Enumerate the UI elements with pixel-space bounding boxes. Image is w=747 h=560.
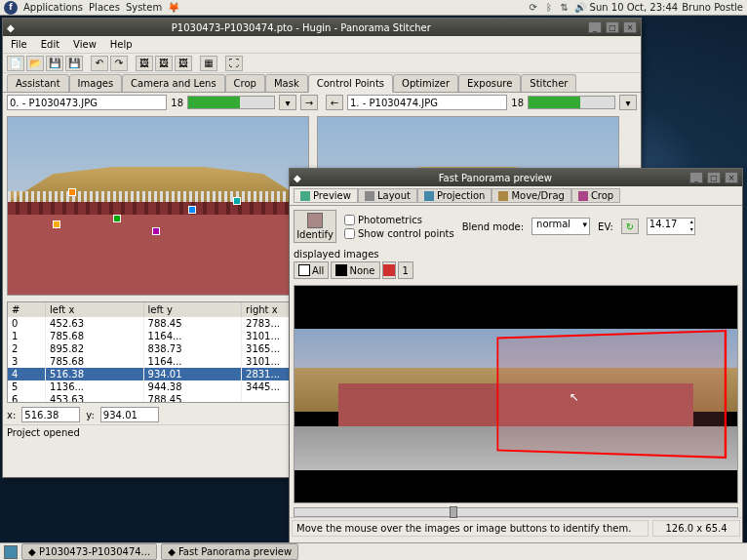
x-label: x: — [7, 410, 16, 420]
preview-dims: 126.0 x 65.4 — [652, 520, 740, 537]
fedora-icon[interactable]: f — [4, 1, 18, 15]
panorama-view[interactable]: ↖ — [294, 285, 738, 503]
grid-icon[interactable]: ▦ — [200, 56, 217, 71]
crop-tab-icon — [578, 191, 588, 201]
minimize-button[interactable]: _ — [689, 172, 703, 183]
tab-optimizer[interactable]: Optimizer — [393, 74, 458, 92]
ptab-preview[interactable]: Preview — [294, 188, 358, 203]
menu-applications[interactable]: Applications — [23, 2, 83, 13]
show-desktop-icon[interactable] — [4, 545, 18, 559]
bluetooth-icon[interactable]: ᛒ — [543, 2, 555, 14]
undo-icon[interactable]: ↶ — [91, 56, 108, 71]
swap-right-icon[interactable]: → — [300, 95, 318, 110]
menu-places[interactable]: Places — [89, 2, 120, 13]
ptab-layout[interactable]: Layout — [358, 188, 417, 203]
left-zoom-value: 18 — [171, 98, 183, 108]
display-img0-button[interactable] — [382, 261, 396, 279]
user-menu[interactable]: Bruno Postle — [682, 2, 743, 13]
glpreview-icon[interactable]: 🖼 — [175, 56, 192, 71]
cp-marker[interactable] — [152, 227, 160, 235]
col-header[interactable]: left y — [143, 302, 241, 317]
right-zoom-slider[interactable] — [528, 96, 615, 109]
right-zoom-dropdown[interactable]: ▾ — [619, 95, 637, 110]
blend-mode-select[interactable]: normal — [531, 218, 590, 235]
col-header[interactable]: # — [8, 302, 46, 317]
maximize-button[interactable]: □ — [707, 172, 721, 183]
ev-spinner[interactable]: 14.17 — [647, 218, 695, 235]
swap-left-icon[interactable]: ← — [326, 95, 343, 110]
display-img1-button[interactable]: 1 — [398, 261, 413, 279]
ev-label: EV: — [598, 221, 613, 232]
image-overlay-frame — [496, 330, 727, 459]
tab-camera[interactable]: Camera and Lens — [122, 74, 225, 92]
redo-icon[interactable]: ↷ — [110, 56, 128, 71]
fullscreen-icon[interactable]: ⛶ — [225, 56, 243, 71]
tab-assistant[interactable]: Assistant — [7, 74, 69, 92]
none-swatch-icon — [335, 264, 347, 276]
y-label: y: — [86, 410, 95, 420]
ptab-movedrag[interactable]: Move/Drag — [491, 188, 570, 203]
tab-controlpoints[interactable]: Control Points — [308, 74, 393, 93]
layout-tab-icon — [365, 191, 374, 201]
ptab-projection[interactable]: Projection — [417, 188, 491, 203]
left-image-select[interactable] — [7, 95, 167, 110]
tab-mask[interactable]: Mask — [265, 74, 308, 92]
save-icon[interactable]: 💾 — [46, 56, 63, 71]
right-image-select[interactable] — [347, 95, 507, 110]
cp-marker[interactable] — [113, 215, 121, 222]
toolbar: 📄 📂 💾 💾 ↶ ↷ 🖼 🖼 🖼 ▦ ⛶ — [3, 54, 641, 73]
display-all-button[interactable]: All — [294, 261, 329, 279]
taskbar-item-preview[interactable]: ◆ Fast Panorama preview — [161, 543, 298, 560]
left-image-panel[interactable] — [7, 116, 309, 296]
saveas-icon[interactable]: 💾 — [65, 56, 83, 71]
menu-help[interactable]: Help — [104, 37, 138, 52]
tab-crop[interactable]: Crop — [225, 74, 265, 92]
preview-icon[interactable]: 🖼 — [155, 56, 173, 71]
menu-system[interactable]: System — [126, 2, 162, 13]
cp-marker[interactable] — [68, 188, 76, 196]
addimg-icon[interactable]: 🖼 — [136, 56, 153, 71]
menu-edit[interactable]: Edit — [35, 37, 65, 52]
y-input[interactable] — [100, 407, 159, 422]
cp-marker[interactable] — [188, 206, 196, 214]
col-header[interactable]: left x — [46, 302, 143, 317]
minimize-button[interactable]: _ — [588, 21, 602, 33]
taskbar-item-hugin[interactable]: ◆ P1030473-P1030474... — [21, 543, 157, 560]
showcp-label: Show control points — [358, 228, 454, 239]
cp-marker[interactable] — [233, 197, 241, 205]
tab-stitcher[interactable]: Stitcher — [521, 74, 576, 92]
tab-images[interactable]: Images — [69, 74, 123, 92]
close-button[interactable]: × — [725, 172, 738, 183]
ptab-crop[interactable]: Crop — [571, 188, 620, 203]
photometrics-checkbox[interactable] — [344, 215, 355, 225]
hfov-slider[interactable] — [294, 507, 738, 517]
identify-button[interactable]: Identify — [294, 210, 336, 243]
menubar: File Edit View Help — [3, 36, 641, 54]
open-icon[interactable]: 📂 — [26, 56, 44, 71]
maximize-button[interactable]: □ — [606, 21, 619, 33]
cp-marker[interactable] — [53, 220, 60, 228]
tab-bar: Assistant Images Camera and Lens Crop Ma… — [3, 73, 641, 93]
tab-exposure[interactable]: Exposure — [458, 74, 521, 92]
update-icon[interactable]: ⟳ — [528, 2, 539, 14]
titlebar[interactable]: ◆ P1030473-P1030474.pto - Hugin - Panora… — [3, 19, 641, 36]
left-zoom-slider[interactable] — [187, 96, 275, 109]
preview-tab-icon — [300, 191, 310, 201]
photometrics-label: Photometrics — [358, 215, 422, 225]
close-button[interactable]: × — [623, 21, 637, 33]
x-input[interactable] — [21, 407, 80, 422]
left-zoom-dropdown[interactable]: ▾ — [279, 95, 296, 110]
ev-reset-icon[interactable]: ↻ — [621, 219, 639, 234]
clock[interactable]: Sun 10 Oct, 23:44 — [590, 2, 679, 13]
window-title: P1030473-P1030474.pto - Hugin - Panorama… — [19, 22, 584, 33]
showcp-checkbox[interactable] — [344, 228, 355, 239]
display-none-button[interactable]: None — [331, 261, 379, 279]
menu-file[interactable]: File — [5, 37, 33, 52]
window-title: Fast Panorama preview — [305, 173, 686, 183]
volume-icon[interactable]: 🔊 — [574, 2, 586, 14]
firefox-launcher-icon[interactable]: 🦊 — [168, 2, 179, 14]
new-icon[interactable]: 📄 — [7, 56, 24, 71]
menu-view[interactable]: View — [67, 37, 102, 52]
network-icon[interactable]: ⇅ — [559, 2, 570, 14]
titlebar[interactable]: ◆ Fast Panorama preview _ □ × — [290, 169, 742, 186]
